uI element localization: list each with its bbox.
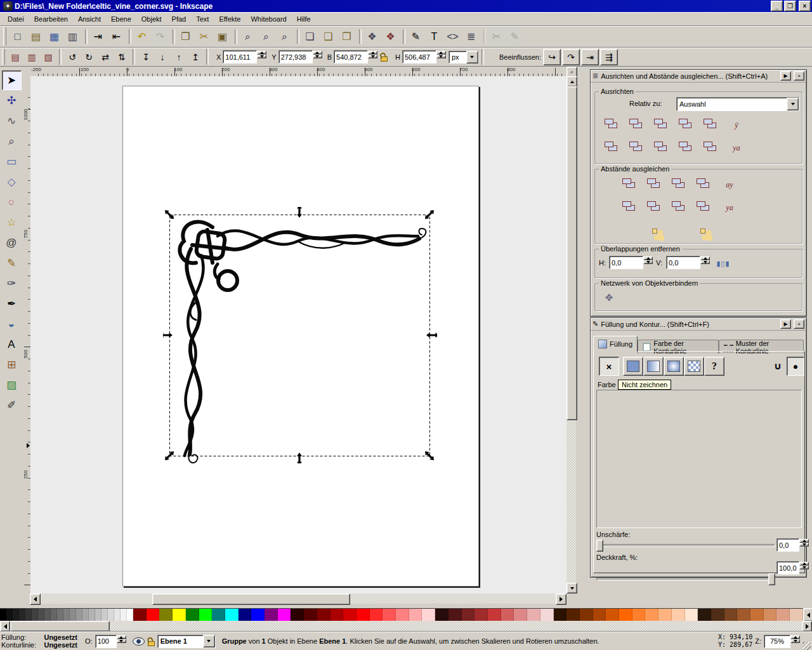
move-gradients-toggle[interactable]: ⇥ [581, 49, 599, 65]
master-opacity-value[interactable]: 100 [95, 635, 117, 648]
cut-button[interactable]: ✂ [195, 27, 213, 46]
x-spinbox[interactable]: 101,611 [223, 51, 266, 63]
unlink-clone-button[interactable]: ❒ [337, 27, 356, 46]
duplicate-button[interactable]: ❏ [301, 27, 319, 46]
opacity-value[interactable]: 100,0 [776, 561, 799, 574]
tool-node-editor[interactable]: ✣ [2, 91, 22, 110]
fill-rule-nonzero-button[interactable]: ● [787, 357, 804, 376]
palette-swatch[interactable] [554, 609, 567, 621]
trace-bitmap-button[interactable]: ❖ [381, 27, 400, 46]
palette-swatch[interactable] [51, 609, 57, 621]
edit-paths-button[interactable]: ❖ [363, 27, 381, 46]
align-right-edges-button[interactable] [677, 116, 697, 135]
blur-slider[interactable] [596, 540, 775, 550]
palette-swatch[interactable] [488, 609, 501, 621]
palette-swatch[interactable] [737, 609, 750, 621]
scroll-left-button[interactable] [30, 594, 41, 605]
dialog-expand-button[interactable]: ▶ [780, 319, 791, 329]
palette-swatch[interactable] [147, 609, 160, 621]
palette-swatch[interactable] [462, 609, 475, 621]
palette-scroll-right-button[interactable] [802, 621, 812, 632]
tool-star[interactable]: ☆ [2, 213, 22, 232]
notes-disabled-button[interactable]: ✎ [506, 27, 524, 46]
lock-ratio-icon[interactable] [380, 53, 388, 61]
palette-swatch[interactable] [764, 609, 777, 621]
menu-hilfe[interactable]: Hilfe [292, 13, 316, 25]
palette-swatch[interactable] [6, 609, 13, 621]
menu-whiteboard[interactable]: Whiteboard [246, 13, 291, 25]
scroll-down-button[interactable] [566, 583, 577, 594]
spin-down-button[interactable] [368, 55, 377, 58]
align-right-to-anchor-left-button[interactable] [603, 116, 623, 135]
palette-swatch[interactable] [239, 609, 252, 621]
spin-down-button[interactable] [436, 55, 446, 58]
paint-radial-gradient-button[interactable] [664, 357, 684, 376]
palette-swatch[interactable] [173, 609, 186, 621]
palette-swatch[interactable] [13, 609, 19, 621]
palette-scroll-left-button[interactable] [0, 621, 10, 632]
layer-lock-icon[interactable] [147, 637, 155, 646]
distribute-centers-vertically-button[interactable] [645, 199, 665, 217]
tool-ellipse[interactable]: ○ [2, 192, 22, 212]
palette-swatch[interactable] [63, 609, 70, 621]
blur-spinbox[interactable]: 0,0 [776, 539, 809, 551]
unclump-button[interactable] [693, 222, 713, 240]
celtic-vine-drawing[interactable] [180, 222, 426, 463]
palette-swatch[interactable] [89, 609, 95, 621]
dropdown-arrow-icon[interactable] [203, 635, 215, 647]
dialog-close-button[interactable]: × [794, 71, 804, 81]
palette-swatch[interactable] [409, 609, 422, 621]
distribute-right-edges-button[interactable] [670, 176, 690, 194]
menu-objekt[interactable]: Objekt [136, 13, 167, 25]
x-value[interactable]: 101,611 [223, 50, 257, 63]
menu-bearbeiten[interactable]: Bearbeiten [29, 13, 73, 25]
handle-w[interactable] [163, 333, 173, 338]
flip-horizontal-button[interactable]: ⇄ [97, 49, 114, 65]
menu-ebene[interactable]: Ebene [106, 13, 136, 25]
y-spinbox[interactable]: 272,938 [278, 51, 322, 63]
spin-down-button[interactable] [643, 260, 653, 264]
layer-dropdown[interactable]: Ebene 1 [157, 635, 216, 648]
spin-down-button[interactable] [117, 639, 126, 643]
palette-swatch[interactable] [70, 609, 76, 621]
create-clone-button[interactable]: ❑ [319, 27, 337, 46]
select-all-layers-button[interactable]: ▥ [23, 49, 40, 65]
y-value[interactable]: 272,938 [278, 50, 313, 63]
palette-swatch[interactable] [396, 609, 409, 621]
distribute-bottom-edges-button[interactable] [670, 199, 690, 217]
palette-swatch[interactable] [435, 609, 449, 621]
text-dialog-button[interactable]: T [425, 27, 443, 46]
palette-swatch[interactable] [331, 609, 344, 621]
tool-3dbox[interactable]: ◇ [2, 172, 22, 192]
text-anchor-horizontal-button[interactable]: ÿ [726, 116, 747, 135]
zoom-value[interactable]: 75% [764, 635, 790, 648]
palette-swatch[interactable] [632, 609, 646, 621]
remove-overlaps-button[interactable]: ▮▯▮ [713, 255, 733, 272]
tool-spiral[interactable]: @ [2, 233, 22, 253]
distribute-left-edges-button[interactable] [620, 176, 641, 194]
zoom-to-selection-button[interactable]: ⌕ [239, 27, 257, 46]
palette-swatch[interactable] [750, 609, 764, 621]
palette-swatch[interactable] [514, 609, 527, 621]
palette-swatch[interactable] [291, 609, 304, 621]
palette-swatch[interactable] [527, 609, 540, 621]
export-button[interactable]: ⇤ [107, 27, 126, 46]
unit-dropdown[interactable]: px [449, 51, 479, 63]
tool-bezier[interactable]: ✑ [2, 274, 22, 293]
tool-pencil[interactable]: ✎ [2, 253, 22, 273]
layer-visibility-icon[interactable] [133, 637, 145, 646]
palette-swatch[interactable] [685, 609, 698, 621]
restore-button[interactable]: ❐ [784, 1, 796, 11]
spin-down-button[interactable] [799, 543, 809, 547]
paste-button[interactable]: ▣ [213, 27, 232, 46]
palette-swatch[interactable] [593, 609, 606, 621]
palette-swatch[interactable] [790, 609, 803, 621]
tool-tweak[interactable]: ∿ [2, 111, 22, 131]
handle-s[interactable] [297, 453, 302, 463]
relative-to-dropdown[interactable]: Auswahl [676, 97, 799, 111]
height-spinbox[interactable]: 506,487 [402, 51, 446, 63]
overlap-h-value[interactable]: 0,0 [609, 256, 643, 269]
menu-pfad[interactable]: Pfad [167, 13, 192, 25]
slider-thumb[interactable] [768, 573, 775, 585]
palette-swatch[interactable] [357, 609, 370, 621]
